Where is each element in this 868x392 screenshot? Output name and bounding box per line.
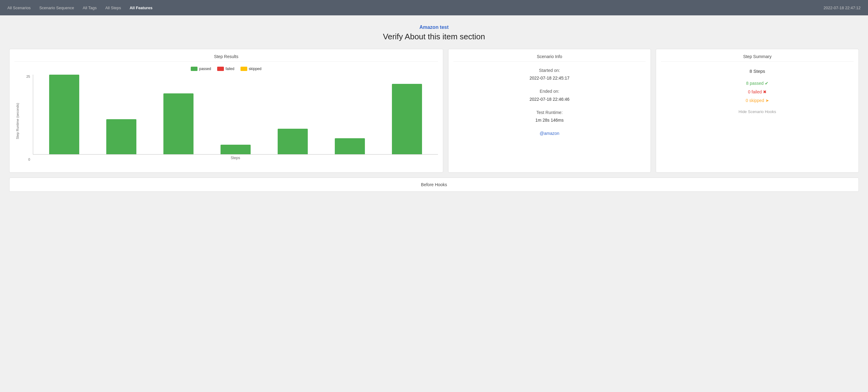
scenario-tag[interactable]: @amazon	[540, 131, 559, 136]
legend-passed: passed	[191, 67, 211, 71]
ended-on-group: Ended on: 2022-07-18 22:46:46	[453, 88, 646, 103]
runtime-value: 1m 28s 146ms	[453, 116, 646, 124]
legend-failed-color	[217, 67, 224, 71]
legend-passed-label: passed	[199, 67, 211, 71]
x-axis-label: Steps	[33, 156, 438, 160]
failed-count: 0 failed ✖	[661, 88, 854, 96]
page-header: Amazon test Verify About this item secti…	[9, 25, 859, 41]
runtime-label: Test Runtime:	[453, 109, 646, 116]
navbar: All Scenarios Scenario Sequence All Tags…	[0, 0, 868, 16]
bars-container	[33, 74, 438, 154]
ended-on-value: 2022-07-18 22:46:46	[453, 95, 646, 103]
feature-title: Amazon test	[9, 25, 859, 30]
main-content: Amazon test Verify About this item secti…	[0, 16, 868, 392]
scenario-info-content: Started on: 2022-07-18 22:45:17 Ended on…	[453, 67, 646, 137]
nav-all-features[interactable]: All Features	[130, 5, 152, 10]
passed-check-icon: ✔	[765, 81, 769, 86]
nav-all-steps[interactable]: All Steps	[105, 5, 121, 10]
step-summary-card: Step Summary 8 Steps 8 passed ✔ 0 failed…	[656, 49, 859, 173]
started-on-group: Started on: 2022-07-18 22:45:17	[453, 67, 646, 82]
scenario-info-title: Scenario Info	[453, 54, 646, 62]
scenario-title: Verify About this item section	[9, 32, 859, 41]
bar-col-3	[208, 74, 263, 154]
legend-skipped-label: skipped	[249, 67, 261, 71]
bar-col-0	[37, 74, 92, 154]
bar-3	[220, 145, 251, 154]
skipped-count: 0 skipped ➤	[661, 96, 854, 105]
step-results-title: Step Results	[14, 54, 438, 62]
y-axis-label: Step Runtime (seconds)	[16, 103, 19, 139]
bar-col-1	[94, 74, 149, 154]
runtime-group: Test Runtime: 1m 28s 146ms	[453, 109, 646, 124]
scenario-info-card: Scenario Info Started on: 2022-07-18 22:…	[448, 49, 651, 173]
step-summary-content: 8 Steps 8 passed ✔ 0 failed ✖ 0 skipped …	[661, 67, 854, 116]
legend-skipped: skipped	[241, 67, 261, 71]
total-steps: 8 Steps	[661, 67, 854, 76]
bar-0	[49, 74, 79, 154]
step-summary-title: Step Summary	[661, 54, 854, 62]
ended-on-label: Ended on:	[453, 88, 646, 95]
bar-2	[163, 93, 193, 154]
nav-all-tags[interactable]: All Tags	[83, 5, 96, 10]
before-hooks-title: Before Hooks	[14, 182, 854, 187]
legend-skipped-color	[241, 67, 247, 71]
legend-passed-color	[191, 67, 197, 71]
tag-group: @amazon	[453, 130, 646, 137]
nav-timestamp: 2022-07-18 22:47:12	[824, 5, 861, 10]
bar-1	[106, 119, 136, 154]
legend-failed: failed	[217, 67, 235, 71]
started-on-value: 2022-07-18 22:45:17	[453, 74, 646, 82]
nav-all-scenarios[interactable]: All Scenarios	[7, 5, 31, 10]
failed-x-icon: ✖	[763, 89, 767, 94]
y-tick-top: 25	[19, 74, 30, 78]
legend-failed-label: failed	[225, 67, 235, 71]
step-results-card: Step Results passed failed skipped	[9, 49, 443, 173]
y-ticks: 25 0	[19, 74, 30, 161]
bar-5	[335, 138, 365, 154]
chart-legend: passed failed skipped	[14, 67, 438, 71]
y-tick-bottom: 0	[19, 158, 30, 161]
nav-links: All Scenarios Scenario Sequence All Tags…	[7, 5, 152, 10]
passed-count: 8 passed ✔	[661, 79, 854, 88]
bar-col-4	[266, 74, 320, 154]
bar-col-6	[380, 74, 434, 154]
bar-col-5	[322, 74, 377, 154]
bar-col-2	[151, 74, 206, 154]
chart-area: Step Runtime (seconds) 25 0 Steps	[14, 74, 438, 168]
bar-4	[278, 129, 308, 154]
hide-scenario-hooks-button[interactable]: Hide Scenario Hooks	[661, 108, 854, 116]
cards-row: Step Results passed failed skipped	[9, 49, 859, 173]
started-on-label: Started on:	[453, 67, 646, 74]
before-hooks-card: Before Hooks	[9, 178, 859, 192]
nav-scenario-sequence[interactable]: Scenario Sequence	[39, 5, 74, 10]
bar-6	[392, 84, 422, 154]
skipped-arrow-icon: ➤	[766, 98, 769, 103]
